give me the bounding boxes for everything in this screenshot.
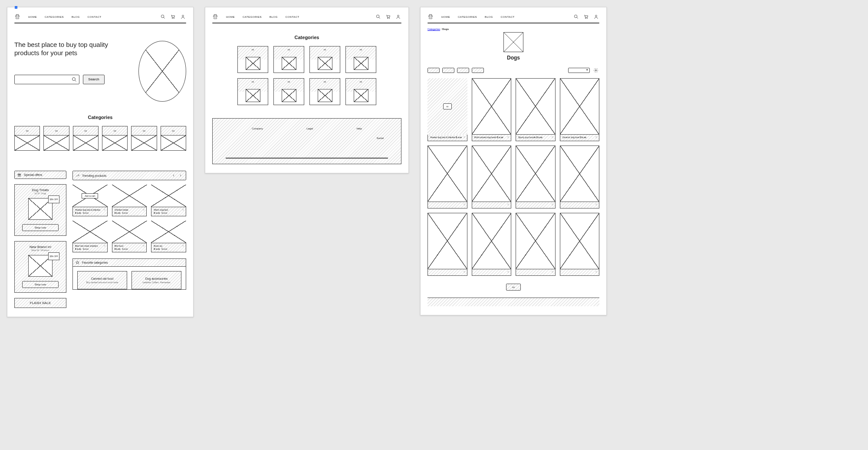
product-card[interactable]: xx Heated dog bed & blanket $ x.xx ♡	[427, 78, 467, 141]
category-tile[interactable]: xx	[73, 126, 99, 151]
hero-search-input[interactable]	[14, 75, 79, 84]
search-button[interactable]: Search	[83, 75, 105, 84]
heart-icon[interactable]: ♡	[464, 203, 465, 206]
nav-categories[interactable]: CATEGORIES	[243, 16, 262, 18]
shop-now-button[interactable]: Shop now	[22, 281, 59, 288]
category-tile[interactable]: xx	[237, 46, 268, 73]
heart-icon[interactable]: ♡	[552, 136, 553, 139]
product-card[interactable]: ♡	[560, 146, 600, 208]
category-tile[interactable]: xx	[345, 46, 376, 73]
filter-chip[interactable]	[442, 68, 454, 73]
category-tile[interactable]: xx	[273, 46, 304, 73]
settings-icon[interactable]	[592, 67, 599, 74]
cart-icon[interactable]	[385, 13, 391, 20]
category-tile[interactable]: xx	[273, 78, 304, 105]
nav-home[interactable]: HOME	[226, 16, 235, 18]
offer-card[interactable]: Dog Treats by Dr. Dogg 30% OFF Shop now	[14, 184, 66, 236]
filter-chip[interactable]	[427, 68, 440, 73]
sort-dropdown[interactable]	[568, 68, 590, 73]
category-tile[interactable]: xx	[43, 126, 69, 151]
heart-icon[interactable]: ♡	[464, 271, 465, 273]
product-card[interactable]: Add to cart Heated dog bed & blanket $ x…	[72, 185, 108, 216]
heart-icon[interactable]: ♡	[143, 245, 145, 247]
offer-card[interactable]: FLASH SALE	[14, 298, 66, 308]
category-tile[interactable]: xx	[309, 46, 340, 73]
categories-heading: Categories	[14, 115, 186, 120]
category-tile[interactable]: xx	[131, 126, 157, 151]
cart-icon[interactable]	[583, 13, 589, 20]
product-card[interactable]: ♡	[516, 146, 556, 208]
heart-icon[interactable]: ♡	[182, 245, 184, 247]
footer-social[interactable]: Social	[230, 137, 384, 139]
product-card[interactable]: ♡	[427, 146, 467, 208]
product-card[interactable]: ♡	[516, 213, 556, 276]
nav-contact[interactable]: CONTACT	[501, 16, 515, 18]
category-tile[interactable]: xx	[14, 126, 40, 151]
nav-blog[interactable]: BLOG	[485, 16, 493, 18]
add-to-cart-button[interactable]: Add to cart	[82, 193, 98, 199]
user-icon[interactable]	[180, 13, 186, 20]
heart-icon[interactable]: ♡	[595, 271, 597, 273]
image-placeholder	[112, 185, 147, 207]
nav-categories[interactable]: CATEGORIES	[458, 16, 477, 18]
heart-icon[interactable]: ♡	[507, 203, 509, 206]
search-icon[interactable]	[375, 13, 381, 20]
breadcrumb-root[interactable]: Categories	[427, 28, 440, 30]
heart-icon[interactable]: ♡	[507, 271, 509, 273]
heart-icon[interactable]: ♡	[182, 208, 184, 211]
product-card[interactable]: Multi-colored dog leash $ x.xx ♡	[472, 78, 512, 141]
product-card[interactable]: ♡	[427, 213, 467, 276]
nav-categories[interactable]: CATEGORIES	[45, 16, 64, 18]
product-card[interactable]: ♡	[560, 213, 600, 276]
category-tile[interactable]: xx	[237, 78, 268, 105]
product-card[interactable]: Bone toy $ x.xx$ x.xx ♡	[151, 221, 186, 252]
filter-chip[interactable]	[472, 68, 484, 73]
old-price: $ x.xx	[161, 212, 167, 214]
heart-icon[interactable]: ♡	[552, 203, 553, 206]
heart-icon[interactable]: ♡	[104, 245, 105, 247]
heart-icon[interactable]: ♡	[595, 136, 597, 139]
product-card[interactable]: Sporty pup hoodie $ x.xx ♡	[516, 78, 556, 141]
filter-chip[interactable]	[457, 68, 469, 73]
nav-blog[interactable]: BLOG	[72, 16, 80, 18]
favorite-category-tile[interactable]: Canned cat food Buy canned tuna and much…	[77, 271, 127, 289]
category-tile[interactable]: xx	[161, 126, 186, 151]
category-tile[interactable]: xx	[309, 78, 340, 105]
footer-help[interactable]: Help	[356, 127, 362, 130]
shop-now-button[interactable]: Shop now	[22, 224, 59, 231]
nav-home[interactable]: HOME	[441, 16, 450, 18]
offer-card[interactable]: New Brand in! Meet Mr. Whiskers 30% OFF …	[14, 241, 66, 293]
product-info: Multi-colored dog leash $ x.xx ♡	[472, 135, 511, 141]
next-icon[interactable]	[178, 173, 183, 178]
nav-contact[interactable]: CONTACT	[286, 16, 299, 18]
heart-icon[interactable]: ♡	[595, 203, 597, 206]
product-card[interactable]: Beef raw meat crackers $ x.xx$ x.xx ♡	[72, 221, 108, 252]
footer-legal[interactable]: Legal	[306, 127, 313, 130]
product-card[interactable]: Ceramic dog bowl $ x.xx ♡	[560, 78, 600, 141]
category-tile[interactable]: xx	[345, 78, 376, 105]
prev-icon[interactable]	[171, 173, 176, 178]
load-more-button[interactable]: xx	[506, 284, 521, 291]
heart-icon[interactable]: ♡	[143, 208, 145, 211]
footer-company[interactable]: Company	[252, 127, 263, 130]
heart-icon[interactable]: ♡	[507, 136, 509, 139]
heart-icon[interactable]: ♡	[464, 136, 465, 139]
heart-icon[interactable]: ♡	[552, 271, 553, 273]
product-card[interactable]: Warm dog bed $ x.xx$ x.xx ♡	[151, 185, 186, 216]
product-card[interactable]: Chicken treats $ x.xx$ x.xx ♡	[112, 185, 147, 216]
favorite-category-tile[interactable]: Dog accessories Leashes, Collars, Harnes…	[132, 271, 181, 289]
product-card[interactable]: ♡	[472, 146, 512, 208]
hover-button[interactable]: xx	[443, 103, 452, 109]
category-tile[interactable]: xx	[102, 126, 128, 151]
search-icon[interactable]	[573, 13, 579, 20]
nav-home[interactable]: HOME	[28, 16, 37, 18]
user-icon[interactable]	[593, 13, 599, 20]
cart-icon[interactable]	[170, 13, 176, 20]
user-icon[interactable]	[395, 13, 401, 20]
product-card[interactable]: ♡	[472, 213, 512, 276]
nav-blog[interactable]: BLOG	[270, 16, 278, 18]
search-icon[interactable]	[160, 13, 166, 20]
product-card[interactable]: Bird food $ x.xx$ x.xx ♡	[112, 221, 147, 252]
nav-contact[interactable]: CONTACT	[88, 16, 102, 18]
heart-icon[interactable]: ♡	[104, 208, 105, 211]
